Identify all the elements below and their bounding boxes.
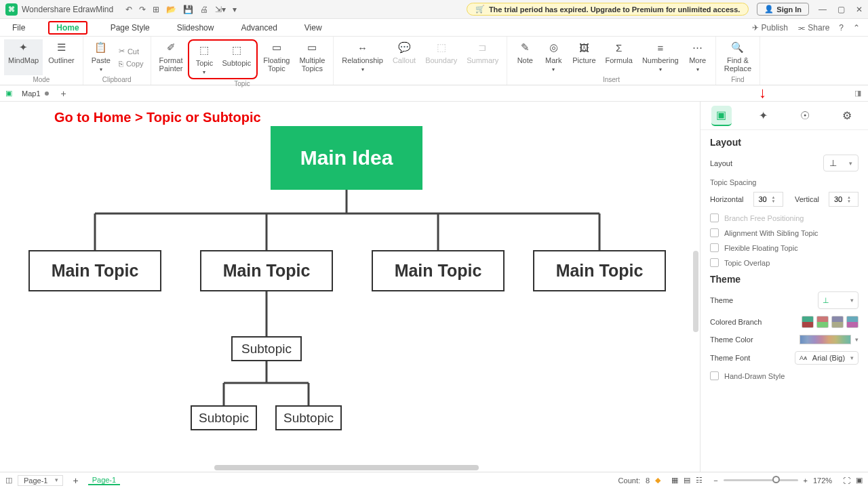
canvas[interactable]: Go to Home > Topic or Subtopic Main Idea… [0, 102, 700, 472]
paste-button[interactable]: 📋Paste▾ [87, 39, 115, 75]
minimize-icon[interactable]: — [818, 5, 827, 14]
relationship-button[interactable]: ↔Relationship▾ [338, 39, 387, 83]
hand-drawn-checkbox[interactable]: Hand-Drawn Style [710, 371, 859, 380]
new-icon[interactable]: ⊞ [153, 5, 159, 14]
multiple-topics-button[interactable]: ▭Multiple Topics [295, 39, 329, 79]
layout-section-title: Layout [710, 137, 859, 148]
more-button[interactable]: ⋯More▾ [684, 39, 711, 75]
vertical-spinner[interactable]: ▲▼ [829, 192, 859, 207]
h-scrollbar[interactable] [214, 465, 479, 470]
node-root[interactable]: Main Idea [271, 126, 422, 190]
node-main-topic-4[interactable]: Main Topic [533, 250, 666, 291]
pages-icon[interactable]: ◫ [5, 476, 12, 485]
format-painter-button[interactable]: ✐Format Painter [155, 39, 187, 79]
theme-select[interactable]: ⊥▾ [818, 291, 859, 309]
save-icon[interactable]: 💾 [183, 5, 193, 14]
new-tab-button[interactable]: + [56, 88, 72, 99]
menu-advanced[interactable]: Advanced [237, 22, 281, 34]
close-icon[interactable]: ✕ [856, 5, 863, 14]
mark-button[interactable]: ◎Mark▾ [540, 39, 567, 75]
zoom-slider[interactable] [724, 479, 798, 481]
panel-tab-settings[interactable]: ⚙ [837, 106, 857, 126]
user-icon: 👤 [764, 5, 774, 14]
zoom-in-button[interactable]: + [804, 476, 808, 485]
zoom-value: 172% [813, 476, 837, 485]
view-mode-1-icon[interactable]: ▦ [671, 476, 678, 485]
open-icon[interactable]: 📂 [166, 5, 176, 14]
panel-toggle-icon[interactable]: ◨ [850, 89, 865, 98]
fit-page-icon[interactable]: ⛶ [843, 476, 850, 485]
topic-button[interactable]: ⬚Topic▾ [191, 42, 218, 77]
node-main-topic-3[interactable]: Main Topic [372, 250, 505, 291]
topic-count-icon: ◆ [655, 476, 660, 485]
theme-font-select[interactable]: AᴀArial (Big)▾ [795, 351, 859, 365]
count-value: 8 [646, 476, 650, 485]
note-button[interactable]: ✎Note [511, 39, 538, 75]
align-sibling-checkbox[interactable]: Alignment With Sibling Topic [710, 228, 859, 237]
ribbon-toolbar: ✦MindMap ☰Outliner Mode 📋Paste▾ ✂ Cut ⎘ … [0, 37, 868, 85]
spacing-label: Topic Spacing [710, 178, 859, 186]
node-main-topic-2[interactable]: Main Topic [200, 250, 333, 291]
share-button[interactable]: ⫘ Share [797, 23, 829, 33]
summary-button: ⊐Summary [462, 39, 502, 83]
panel-tab-layout[interactable]: ▣ [711, 106, 732, 126]
horizontal-spinner[interactable]: ▲▼ [753, 192, 783, 207]
copy-button[interactable]: ⎘ Copy [116, 58, 146, 69]
node-main-topic-1[interactable]: Main Topic [28, 250, 161, 291]
subtopic-button[interactable]: ⬚Subtopic [218, 42, 255, 77]
branch-free-checkbox: Branch Free Positioning [710, 214, 859, 222]
theme-section-title: Theme [710, 274, 859, 285]
layout-select[interactable]: ⊥▾ [823, 155, 859, 171]
menu-pagestyle[interactable]: Page Style [106, 22, 154, 34]
publish-button[interactable]: ✈ Publish [752, 23, 788, 33]
overlap-checkbox[interactable]: Topic Overlap [710, 258, 859, 267]
undo-icon[interactable]: ↶ [125, 5, 132, 14]
page-select[interactable]: Page-1 [18, 475, 63, 486]
trial-banner[interactable]: 🛒 The trial period has expired. Upgrade … [467, 3, 749, 16]
signin-button[interactable]: 👤 Sign In [757, 3, 809, 16]
menu-home[interactable]: Home [48, 21, 87, 35]
count-label: Count: [618, 476, 640, 485]
cart-icon: 🛒 [475, 5, 485, 14]
more-qat-icon[interactable]: ▾ [233, 5, 237, 14]
zoom-out-button[interactable]: − [713, 476, 717, 485]
node-subtopic-3[interactable]: Subtopic [275, 405, 342, 430]
panel-tab-icon[interactable]: ☉ [795, 106, 815, 126]
colored-branch-swatches[interactable] [802, 316, 859, 328]
find-replace-button[interactable]: 🔍Find & Replace [720, 39, 755, 75]
boundary-button: ⬚Boundary [421, 39, 461, 83]
add-page-button[interactable]: + [68, 475, 82, 486]
layout-label: Layout [710, 159, 732, 167]
maximize-icon[interactable]: ▢ [837, 5, 845, 14]
v-scrollbar[interactable] [693, 251, 698, 332]
node-subtopic-2[interactable]: Subtopic [191, 405, 257, 430]
menu-file[interactable]: File [8, 22, 29, 34]
menu-view[interactable]: View [300, 22, 326, 34]
node-subtopic-1[interactable]: Subtopic [231, 336, 302, 361]
tab-map1[interactable]: Map1 [15, 89, 56, 98]
numbering-button[interactable]: ≡Numbering▾ [638, 39, 683, 75]
help-icon[interactable]: ? [839, 23, 844, 33]
panel-tab-style[interactable]: ✦ [753, 106, 774, 126]
formula-button[interactable]: ΣFormula [601, 39, 637, 75]
flex-float-checkbox[interactable]: Flexible Floating Topic [710, 243, 859, 252]
collapse-ribbon-icon[interactable]: ⌃ [853, 23, 860, 33]
outliner-button[interactable]: ☰Outliner [44, 39, 79, 75]
view-mode-2-icon[interactable]: ▤ [684, 476, 690, 485]
side-panel: ↓ ▣ ✦ ☉ ⚙ Layout Layout ⊥▾ Topic Spacing… [700, 102, 868, 472]
page-tab[interactable]: Page-1 [88, 476, 120, 485]
floating-topic-button[interactable]: ▭Floating Topic [259, 39, 294, 79]
cut-button[interactable]: ✂ Cut [116, 45, 146, 57]
picture-button[interactable]: 🖼Picture [568, 39, 599, 75]
doc-icon: ▣ [3, 89, 15, 98]
fullscreen-icon[interactable]: ▣ [856, 476, 863, 485]
theme-color-select[interactable]: ▾ [800, 335, 859, 344]
view-mode-3-icon[interactable]: ☷ [696, 476, 703, 485]
app-title: Wondershare EdrawMind [22, 5, 113, 14]
menu-slideshow[interactable]: Slideshow [173, 22, 218, 34]
export-icon[interactable]: ⇲▾ [215, 5, 226, 14]
mindmap-button[interactable]: ✦MindMap [4, 39, 43, 75]
redo-icon[interactable]: ↷ [139, 5, 146, 14]
print-icon[interactable]: 🖨 [200, 5, 208, 14]
red-arrow-annotation: ↓ [759, 84, 766, 102]
